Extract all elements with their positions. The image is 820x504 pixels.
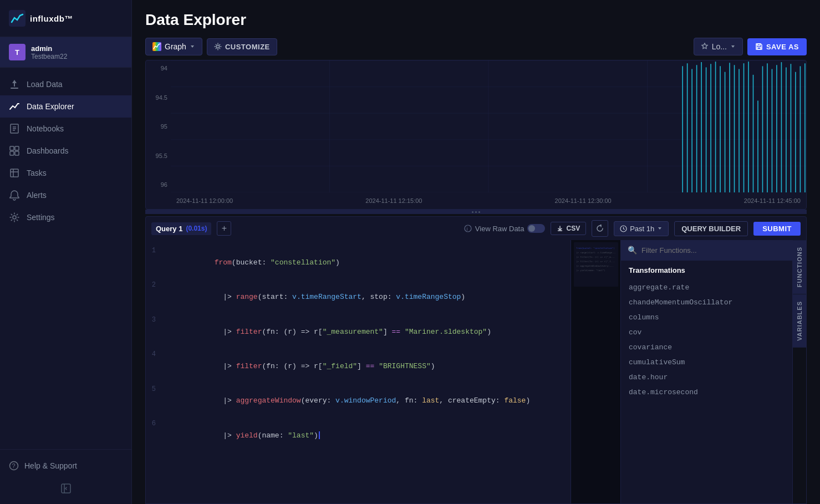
function-item-cumulativeSum[interactable]: cumulativeSum	[621, 355, 792, 370]
line-content-1: from(bucket: "constellation")	[162, 246, 340, 280]
line-num-5: 5	[146, 384, 162, 395]
y-label-94: 94	[149, 65, 167, 72]
save-as-button[interactable]: SAVE AS	[747, 38, 807, 55]
add-query-button[interactable]: +	[217, 221, 231, 236]
minimap-svg: from(bucket: "constellation") |> range(s…	[574, 242, 618, 287]
sidebar-item-notebooks[interactable]: Notebooks	[0, 118, 131, 140]
query-time: (0.01s)	[186, 225, 207, 232]
svg-text:?: ?	[12, 462, 16, 469]
variables-tab[interactable]: Variables	[793, 294, 806, 348]
sidebar: influxdb™ T admin Testbeam22 Load Data D…	[0, 0, 132, 504]
sidebar-footer: ? Help & Support	[0, 449, 131, 504]
line-content-4: |> filter(fn: (r) => r["_field"] == "BRI…	[162, 349, 435, 384]
bell-icon	[9, 190, 20, 201]
svg-rect-21	[757, 44, 760, 45]
notebook-icon	[9, 123, 20, 134]
main-toolbar: Graph CUSTOMIZE Lo...	[132, 33, 820, 60]
user-info: admin Testbeam22	[31, 44, 67, 60]
collapse-sidebar-button[interactable]	[9, 480, 123, 497]
code-line-4: 4 |> filter(fn: (r) => r["_field"] == "B…	[146, 349, 571, 384]
influxdb-logo-icon	[9, 10, 26, 27]
sidebar-item-settings[interactable]: Settings	[0, 206, 131, 228]
function-item-covariance[interactable]: covariance	[621, 340, 792, 355]
code-line-3: 3 |> filter(fn: (r) => r["_measurement"]…	[146, 315, 571, 349]
customize-button[interactable]: CUSTOMIZE	[207, 38, 277, 55]
help-label: Help & Support	[24, 461, 77, 470]
query-toolbar-right: i View Raw Data CSV	[464, 220, 801, 237]
sidebar-item-load-data[interactable]: Load Data	[0, 73, 131, 95]
svg-rect-7	[15, 146, 19, 150]
chart-y-axis: 96 95.5 95 94.5 94	[146, 60, 171, 192]
svg-rect-1	[11, 88, 18, 89]
toolbar-right: Lo... SAVE AS	[694, 38, 807, 55]
function-item-columns[interactable]: columns	[621, 310, 792, 325]
raw-data-toggle[interactable]	[527, 224, 545, 233]
pin-icon	[701, 43, 709, 50]
nav-label-tasks: Tasks	[27, 169, 47, 177]
x-label-3: 2024-11-11 12:45:00	[744, 197, 801, 204]
function-item-aggregate-rate[interactable]: aggregate.rate	[621, 280, 792, 295]
resize-handle[interactable]	[145, 210, 807, 214]
lo-label: Lo...	[712, 42, 727, 51]
user-org: Testbeam22	[31, 53, 67, 60]
sidebar-item-tasks[interactable]: Tasks	[0, 162, 131, 184]
refresh-icon	[596, 225, 604, 232]
time-range-label: Past 1h	[630, 225, 654, 233]
refresh-button[interactable]	[592, 220, 608, 237]
function-item-date-hour[interactable]: date.hour	[621, 370, 792, 385]
svg-point-13	[13, 216, 16, 219]
add-icon: +	[222, 223, 227, 233]
tasks-icon	[9, 167, 20, 179]
nav-label-dashboards: Dashboards	[27, 146, 69, 155]
chart-area: 96 95.5 95 94.5 94	[145, 60, 807, 210]
lo-dropdown-icon	[730, 44, 736, 49]
submit-button[interactable]: SUBMIT	[753, 222, 801, 236]
nav-label-data-explorer: Data Explorer	[27, 102, 74, 111]
sidebar-item-data-explorer[interactable]: Data Explorer	[0, 95, 131, 118]
y-label-945: 94.5	[149, 94, 167, 101]
function-item-cov[interactable]: cov	[621, 325, 792, 340]
logo-area: influxdb™	[0, 0, 131, 37]
time-range-button[interactable]: Past 1h	[614, 221, 669, 236]
clock-icon	[620, 225, 627, 232]
nav-menu: Load Data Data Explorer Notebooks	[0, 68, 131, 449]
graph-type-button[interactable]: Graph	[145, 38, 202, 55]
x-label-1: 2024-11-11 12:15:00	[365, 197, 422, 204]
query-section: Query 1 (0.01s) + i View Raw Data	[145, 216, 807, 504]
help-support-item[interactable]: ? Help & Support	[9, 456, 123, 475]
download-icon	[557, 225, 563, 232]
query-tab-1[interactable]: Query 1 (0.01s)	[151, 222, 211, 235]
svg-text:|> yield(name: "last"): |> yield(name: "last")	[576, 269, 605, 272]
code-line-6: 6 |> yield(name: "last")	[146, 419, 571, 453]
functions-search-bar: 🔍	[621, 240, 792, 261]
logo-text: influxdb™	[30, 14, 73, 23]
user-profile[interactable]: T admin Testbeam22	[0, 37, 131, 68]
svg-text:|> filter(fn: (r) => r["_f...: |> filter(fn: (r) => r["_f...	[576, 260, 615, 263]
chart-plot	[171, 60, 806, 192]
line-num-3: 3	[146, 315, 162, 325]
svg-rect-20	[757, 47, 761, 49]
code-editor[interactable]: 1 from(bucket: "constellation") 2 |> ran…	[146, 240, 571, 503]
time-range-dropdown-icon	[657, 226, 663, 231]
csv-label: CSV	[566, 225, 580, 232]
query-builder-button[interactable]: QUERY BUILDER	[674, 221, 748, 236]
nav-label-alerts: Alerts	[27, 191, 47, 200]
submit-label: SUBMIT	[762, 225, 792, 233]
function-item-chandeMomentum[interactable]: chandeMomentumOscillator	[621, 295, 792, 310]
query-toolbar: Query 1 (0.01s) + i View Raw Data	[145, 216, 807, 240]
sidebar-item-dashboards[interactable]: Dashboards	[0, 140, 131, 162]
sidebar-item-alerts[interactable]: Alerts	[0, 184, 131, 206]
nav-label-load-data: Load Data	[27, 80, 63, 89]
toggle-thumb	[528, 225, 535, 232]
view-raw-label: View Raw Data	[475, 225, 524, 233]
chart-x-axis: 2024-11-11 12:00:00 2024-11-11 12:15:00 …	[171, 192, 806, 209]
query-builder-label: QUERY BUILDER	[681, 225, 741, 233]
functions-filter-input[interactable]	[641, 246, 786, 254]
lo-button[interactable]: Lo...	[694, 38, 743, 55]
functions-tab[interactable]: Functions	[793, 240, 806, 294]
x-label-0: 2024-11-11 12:00:00	[176, 197, 233, 204]
avatar: T	[9, 44, 26, 60]
code-line-1: 1 from(bucket: "constellation")	[146, 246, 571, 280]
csv-download-button[interactable]: CSV	[551, 222, 586, 235]
function-item-date-microsecond[interactable]: date.microsecond	[621, 385, 792, 400]
